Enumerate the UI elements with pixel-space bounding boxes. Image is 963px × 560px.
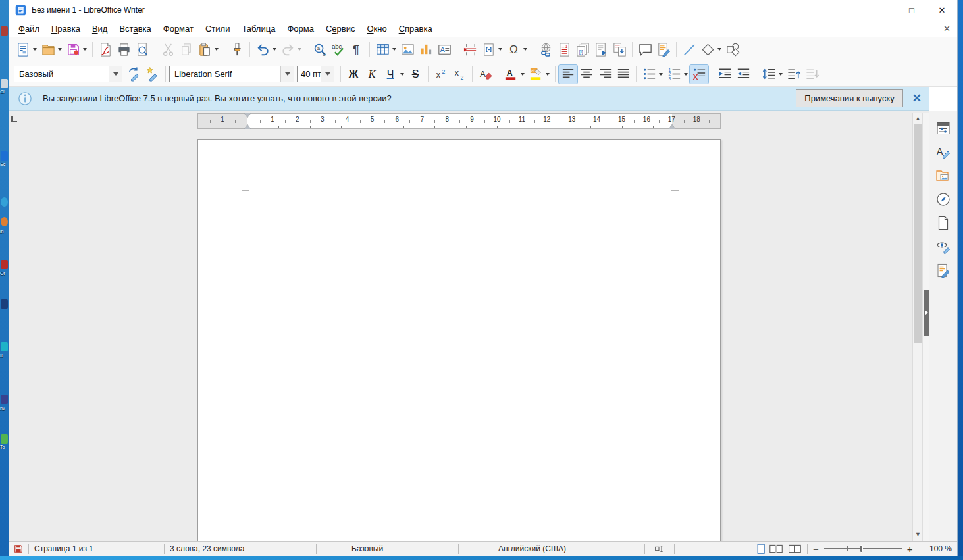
highlight-color-button[interactable]: ab — [527, 65, 545, 84]
document-page[interactable] — [197, 139, 721, 541]
increase-indent-button[interactable] — [716, 65, 734, 84]
insert-field-button[interactable] — [479, 40, 498, 59]
show-draw-functions-button[interactable] — [723, 40, 742, 59]
first-line-indent-marker[interactable] — [244, 113, 251, 118]
new-document-button[interactable] — [14, 40, 32, 59]
menu-item-8[interactable]: Сервис — [320, 22, 361, 36]
scroll-down-arrow-icon[interactable]: ▼ — [913, 529, 923, 540]
find-replace-button[interactable]: ad — [311, 40, 329, 59]
sidebar-gallery-button[interactable] — [933, 166, 953, 186]
bold-button[interactable]: Ж — [344, 65, 363, 84]
minimize-button[interactable]: – — [866, 0, 897, 20]
decrease-indent-button[interactable] — [734, 65, 752, 84]
underline-button[interactable]: Ч — [381, 65, 400, 84]
bookmark-button[interactable] — [592, 40, 610, 59]
bullet-list-button[interactable] — [640, 65, 658, 84]
sidebar-page-button[interactable] — [933, 213, 953, 233]
font-size-combo[interactable]: 40 пт — [297, 66, 334, 82]
font-size-dropdown[interactable] — [321, 66, 334, 82]
page-break-button[interactable] — [461, 40, 479, 59]
decrease-paragraph-spacing-button[interactable] — [803, 65, 821, 84]
menu-item-10[interactable]: Справка — [393, 22, 438, 36]
menu-item-5[interactable]: Стили — [199, 22, 236, 36]
menu-item-3[interactable]: Вставка — [113, 22, 157, 36]
numbered-list-button[interactable]: 123 — [665, 65, 683, 84]
close-document-icon[interactable]: ✕ — [943, 24, 950, 34]
formatting-marks-button[interactable]: ¶ — [348, 40, 366, 59]
font-name-combo[interactable]: Liberation Serif — [169, 66, 294, 82]
zoom-percentage[interactable]: 100 % — [920, 542, 957, 556]
menu-item-0[interactable]: Файл — [13, 22, 45, 36]
save-status[interactable] — [9, 542, 28, 556]
sidebar-properties-button[interactable] — [933, 118, 953, 138]
zoom-out-icon[interactable]: − — [813, 544, 819, 555]
sidebar-settings-button[interactable] — [933, 111, 953, 112]
sidebar-navigator-button[interactable] — [933, 190, 953, 209]
line-spacing-button[interactable] — [760, 65, 778, 84]
vertical-scrollbar[interactable]: ▲ ▼ — [912, 113, 922, 541]
clear-formatting-button[interactable]: A — [476, 65, 494, 84]
insert-textbox-button[interactable]: A — [435, 40, 454, 59]
superscript-button[interactable]: x2 — [432, 65, 450, 84]
page-style-status[interactable]: Базовый — [346, 542, 458, 556]
menu-item-6[interactable]: Таблица — [236, 22, 281, 36]
justify-button[interactable] — [614, 65, 633, 84]
basic-shapes-button[interactable] — [698, 40, 717, 59]
hyperlink-button[interactable] — [536, 40, 555, 59]
tab-stop-selector[interactable] — [11, 116, 17, 122]
view-multi-page-icon[interactable] — [769, 544, 783, 554]
sidebar-style-inspector-button[interactable] — [933, 237, 953, 257]
maximize-button[interactable]: □ — [897, 0, 927, 20]
view-book-icon[interactable] — [788, 544, 802, 554]
page-number-status[interactable]: Страница 1 из 1 — [29, 542, 164, 556]
undo-button[interactable] — [253, 40, 272, 59]
cross-reference-button[interactable] — [610, 40, 629, 59]
save-button[interactable] — [64, 40, 82, 59]
zoom-slider-handle[interactable] — [860, 545, 863, 553]
sidebar-styles-button[interactable]: A — [933, 142, 953, 162]
selection-mode-status[interactable] — [645, 542, 674, 556]
language-status[interactable]: Английский (США) — [459, 542, 606, 556]
insert-image-button[interactable] — [398, 40, 417, 59]
export-pdf-button[interactable] — [96, 40, 115, 59]
menu-item-7[interactable]: Форма — [281, 22, 320, 36]
menu-item-2[interactable]: Вид — [86, 22, 114, 36]
menu-item-4[interactable]: Формат — [157, 22, 199, 36]
left-indent-marker[interactable] — [244, 124, 251, 129]
right-indent-marker[interactable] — [669, 124, 675, 129]
clone-formatting-button[interactable] — [228, 40, 246, 59]
paragraph-style-dropdown[interactable] — [109, 66, 122, 82]
paste-button[interactable] — [195, 40, 214, 59]
insert-chart-button[interactable] — [417, 40, 435, 59]
copy-button[interactable] — [177, 40, 195, 59]
close-button[interactable]: ✕ — [927, 0, 957, 20]
no-list-button[interactable] — [690, 65, 708, 84]
special-character-button[interactable]: Ω — [504, 40, 523, 59]
zoom-slider-track[interactable] — [824, 548, 902, 549]
italic-button[interactable]: К — [363, 65, 381, 84]
paragraph-style-combo[interactable]: Базовый — [14, 66, 122, 82]
track-changes-button[interactable] — [654, 40, 673, 59]
spelling-button[interactable]: abc — [329, 40, 348, 59]
scroll-up-arrow-icon[interactable]: ▲ — [913, 113, 923, 124]
sidebar-hide-handle[interactable] — [924, 290, 929, 336]
new-style-button[interactable] — [143, 65, 162, 84]
zoom-in-icon[interactable]: + — [907, 544, 913, 555]
align-left-button[interactable] — [559, 65, 577, 84]
scrollbar-thumb[interactable] — [914, 124, 922, 343]
endnote-button[interactable]: [i] — [573, 40, 592, 59]
update-style-button[interactable] — [125, 65, 143, 84]
open-button[interactable] — [39, 40, 57, 59]
menu-item-1[interactable]: Правка — [45, 22, 86, 36]
print-button[interactable] — [115, 40, 133, 59]
redo-button[interactable] — [278, 40, 297, 59]
menu-item-9[interactable]: Окно — [361, 22, 392, 36]
insert-table-button[interactable] — [373, 40, 392, 59]
sidebar-accessibility-check-button[interactable] — [933, 261, 953, 280]
insert-line-button[interactable] — [680, 40, 698, 59]
align-center-button[interactable] — [577, 65, 596, 84]
font-color-button[interactable]: А — [502, 65, 520, 84]
cut-button[interactable] — [159, 40, 177, 59]
subscript-button[interactable]: x2 — [450, 65, 469, 84]
footnote-button[interactable]: 1 — [555, 40, 573, 59]
